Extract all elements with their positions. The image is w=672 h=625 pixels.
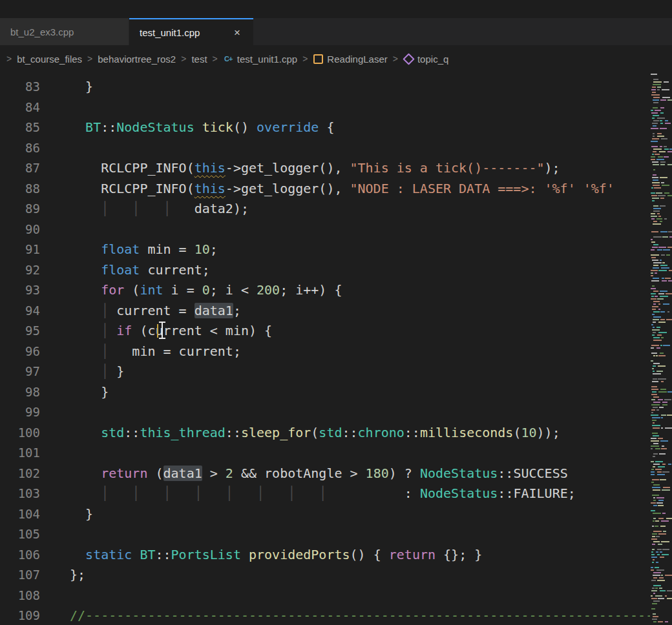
code-line[interactable]: 102 return (data1 > 2 && robotAngle > 18… <box>0 464 650 484</box>
code-text <box>40 443 70 464</box>
line-number[interactable]: 84 <box>0 97 40 118</box>
line-number[interactable]: 98 <box>0 382 40 403</box>
code-line[interactable]: 92 float current; <box>0 260 650 281</box>
code-line[interactable]: 106 static BT::PortsList providedPorts()… <box>0 545 650 566</box>
line-number[interactable]: 102 <box>0 464 40 484</box>
text-caret <box>157 324 158 338</box>
line-number[interactable]: 106 <box>0 545 40 566</box>
code-text: │ min = current; <box>40 342 241 362</box>
line-number[interactable]: 105 <box>0 524 40 545</box>
class-icon <box>313 54 324 64</box>
line-number[interactable]: 93 <box>0 280 40 301</box>
line-number[interactable]: 94 <box>0 301 40 322</box>
code-text: │ if (current < min) { <box>40 321 272 342</box>
code-line[interactable]: 83 } <box>0 77 650 97</box>
code-text: static BT::PortsList providedPorts() { r… <box>40 545 482 566</box>
code-line[interactable]: 98 } <box>0 382 650 403</box>
code-text <box>40 586 70 606</box>
code-text: std::this_thread::sleep_for(std::chrono:… <box>40 423 560 444</box>
code-line[interactable]: 85 BT::NodeStatus tick() override { <box>0 118 650 138</box>
code-text: } <box>40 77 93 97</box>
code-line[interactable]: 107}; <box>0 565 650 586</box>
code-text <box>40 97 70 118</box>
code-lines[interactable]: 83 }8485 BT::NodeStatus tick() override … <box>0 77 650 625</box>
tab-label: test_unit1.cpp <box>140 27 200 38</box>
code-text: } <box>40 504 93 525</box>
breadcrumb-label: ReadingLaser <box>327 54 387 65</box>
code-text: BT::NodeStatus tick() override { <box>40 118 334 138</box>
breadcrumb-item-test_unit1-cpp[interactable]: test_unit1.cpp <box>223 54 297 65</box>
code-line[interactable]: 89 │ │ │ data2); <box>0 199 650 220</box>
breadcrumb-item-bt_course_files[interactable]: bt_course_files <box>17 54 82 65</box>
code-text <box>40 402 70 423</box>
line-number[interactable]: 88 <box>0 179 40 200</box>
line-number[interactable]: 109 <box>0 606 40 625</box>
breadcrumb-item-behaviortree_ros2[interactable]: behaviortree_ros2 <box>98 54 176 65</box>
line-number[interactable]: 91 <box>0 240 40 260</box>
code-line[interactable]: 97 │ } <box>0 362 650 382</box>
line-number[interactable]: 104 <box>0 504 40 525</box>
tab-bt_u2_ex3[interactable]: bt_u2_ex3.cpp <box>0 18 129 45</box>
minimap[interactable] <box>650 72 672 625</box>
line-number[interactable]: 97 <box>0 362 40 382</box>
line-number[interactable]: 101 <box>0 443 40 464</box>
breadcrumb-item-test[interactable]: test <box>191 54 207 65</box>
code-text: float min = 10; <box>40 240 218 260</box>
mouse-ibeam-cursor <box>162 323 163 338</box>
tab-test_unit1[interactable]: test_unit1.cpp × <box>129 18 253 45</box>
code-line[interactable]: 90 <box>0 220 650 240</box>
line-number[interactable]: 87 <box>0 158 40 179</box>
code-line[interactable]: 88 RCLCPP_INFO(this->get_logger(), "NODE… <box>0 179 650 200</box>
window-titlebar <box>0 0 672 18</box>
chevron-right-icon: > <box>302 54 308 64</box>
code-text: //--------------------------------------… <box>40 606 650 625</box>
code-text: for (int i = 0; i < 200; i++) { <box>40 280 342 301</box>
code-editor: 83 }8485 BT::NodeStatus tick() override … <box>0 72 672 625</box>
code-line[interactable]: 87 RCLCPP_INFO(this->get_logger(), "This… <box>0 158 650 179</box>
code-text <box>40 220 70 240</box>
line-number[interactable]: 96 <box>0 342 40 362</box>
code-line[interactable]: 105 <box>0 524 650 545</box>
line-number[interactable]: 103 <box>0 484 40 504</box>
code-line[interactable]: 100 std::this_thread::sleep_for(std::chr… <box>0 423 650 444</box>
code-line[interactable]: 109//-----------------------------------… <box>0 606 650 625</box>
breadcrumb-item-topic[interactable]: topic_q <box>403 54 448 65</box>
line-number[interactable]: 92 <box>0 260 40 281</box>
code-line[interactable]: 86 <box>0 138 650 159</box>
line-number[interactable]: 95 <box>0 321 40 342</box>
line-number[interactable]: 99 <box>0 402 40 423</box>
code-text: RCLCPP_INFO(this->get_logger(), "NODE : … <box>40 179 614 200</box>
code-line[interactable]: 96 │ min = current; <box>0 342 650 362</box>
line-number[interactable]: 86 <box>0 138 40 159</box>
code-text: } <box>40 382 109 403</box>
chevron-right-icon: > <box>6 54 12 64</box>
code-line[interactable]: 101 <box>0 443 650 464</box>
code-text: │ current = data1; <box>40 301 241 322</box>
code-line[interactable]: 91 float min = 10; <box>0 240 650 260</box>
code-text: float current; <box>40 260 210 281</box>
breadcrumb-label: bt_course_files <box>17 54 82 65</box>
code-line[interactable]: 95 │ if (current < min) { <box>0 321 650 342</box>
line-number[interactable]: 108 <box>0 586 40 606</box>
line-number[interactable]: 100 <box>0 423 40 444</box>
breadcrumb-label: test_unit1.cpp <box>237 54 297 65</box>
line-number[interactable]: 89 <box>0 199 40 220</box>
code-line[interactable]: 93 for (int i = 0; i < 200; i++) { <box>0 280 650 301</box>
chevron-right-icon: > <box>393 54 398 64</box>
code-line[interactable]: 104 } <box>0 504 650 525</box>
code-text <box>40 524 70 545</box>
tab-bar: bt_u2_ex3.cpp test_unit1.cpp × <box>0 18 672 45</box>
breadcrumb-item-readinglaser[interactable]: ReadingLaser <box>313 54 387 65</box>
code-line[interactable]: 84 <box>0 97 650 118</box>
line-number[interactable]: 85 <box>0 118 40 138</box>
code-text: │ │ │ │ │ │ │ │ : NodeStatus::FAILURE; <box>40 484 576 504</box>
code-line[interactable]: 94 │ current = data1; <box>0 301 650 322</box>
close-icon[interactable]: × <box>231 26 243 39</box>
code-line[interactable]: 103 │ │ │ │ │ │ │ │ : NodeStatus::FAILUR… <box>0 484 650 504</box>
code-line[interactable]: 99 <box>0 402 650 423</box>
line-number[interactable]: 83 <box>0 77 40 97</box>
breadcrumb-label: test <box>191 54 207 65</box>
line-number[interactable]: 90 <box>0 220 40 240</box>
code-line[interactable]: 108 <box>0 586 650 606</box>
line-number[interactable]: 107 <box>0 565 40 586</box>
